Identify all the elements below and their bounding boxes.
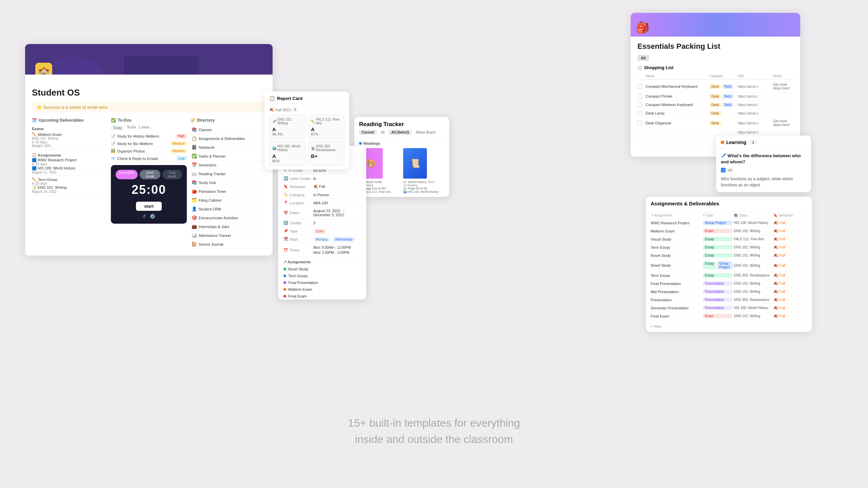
dir-classes[interactable]: 📚Classes: [190, 125, 266, 134]
cat-tech-1: Tech: [722, 84, 733, 89]
cat-desk-4: Desk: [709, 111, 721, 116]
credits-icon: 🔢: [283, 221, 288, 225]
eng-category-row: 🏷️ Category In Person: [278, 191, 366, 199]
assign-icon: 📋: [32, 153, 37, 157]
essay-date: August 24, 2022: [32, 190, 107, 194]
tab-all[interactable]: All: [378, 130, 387, 135]
dir-notebook[interactable]: 📓Notebook: [190, 143, 266, 152]
todo-item-4: 📧 Check & Reply to Emails Low: [111, 155, 186, 162]
final-pres-dot: [283, 281, 286, 284]
assign-header: Assignments & Deliverables: [646, 197, 812, 212]
eng-semester: 🍂 Fall: [313, 184, 325, 189]
row6-name: Novel Study: [651, 263, 702, 267]
url-3[interactable]: https://amzn.t: [738, 103, 772, 107]
dir-tasks[interactable]: ✅Tasks & Planner: [190, 152, 266, 161]
checkbox-1[interactable]: [637, 84, 642, 89]
dir-reading[interactable]: 📖Reading Tracker: [190, 169, 266, 178]
jobs-icon: 💼: [192, 224, 197, 229]
dir-journal[interactable]: 📔School Journal: [190, 240, 266, 249]
assign-row-2: Midterm Exam Exam ENG 101: Writing 🍂 Fal…: [646, 227, 812, 235]
dir-crm[interactable]: 👤Student CRM: [190, 205, 266, 214]
location-icon: 📍: [283, 201, 288, 205]
crm-icon: 👤: [192, 206, 197, 211]
tab-all[interactable]: All: [637, 55, 649, 61]
midterm-dot: [283, 288, 286, 291]
semesters-icon: 📅: [192, 162, 197, 167]
checkbox-3[interactable]: [637, 102, 642, 107]
report-title: Report Card: [277, 96, 302, 101]
col-semester: 🔖 Semester: [773, 214, 807, 217]
pomodoro-icon: 🍅: [192, 189, 197, 194]
assignments-deliverables-card: Assignments & Deliverables ↗ Assignment …: [646, 197, 812, 332]
exams-section: Exams ✏️ Midterm Exam ENG 101: Writing i…: [32, 125, 107, 149]
item-name-5: Desk Organizer: [646, 121, 708, 125]
term-dot: [283, 274, 286, 277]
row4-sem: 🍂 Fall: [773, 245, 807, 249]
his100-name: 🌍 HIS 100: World History: [272, 144, 303, 152]
times-icon: ⏰: [283, 248, 288, 252]
assign-icon: 📋: [192, 136, 197, 141]
tab-more[interactable]: 1 more...: [139, 125, 152, 130]
checkbox-5[interactable]: [637, 121, 642, 125]
row8-sem: 🍂 Fall: [773, 281, 807, 286]
todo-4-icon: 📧: [111, 156, 116, 161]
new-row-button[interactable]: + New: [646, 320, 812, 332]
type-icon: 📌: [283, 229, 288, 233]
dir-pomodoro[interactable]: 🍅Pomodoro Timer: [190, 187, 266, 196]
assign-row-5: Novel Study Essay ENG 101: Writing 🍂 Fal…: [646, 251, 812, 260]
url-5[interactable]: https://amzn.t: [738, 121, 772, 125]
tab-todo[interactable]: To-Do: [127, 125, 136, 130]
dir-filing[interactable]: 🗂️Filing Cabinet: [190, 196, 266, 205]
report-body: 🍂 Fall 2022 4 🖊️ ENG 101: Writing A 88.4…: [264, 104, 349, 169]
url-4[interactable]: https://amzn.t: [738, 111, 772, 115]
item-name-4: Desk Lamp: [646, 111, 708, 115]
assign-row-8: Final Presentation Presentation ENG 101:…: [646, 280, 812, 288]
reading-books: 🎨 Art: Visual Guide 📖 Reading On Page 21…: [359, 148, 445, 194]
checkbox-4[interactable]: [637, 111, 642, 116]
dir-admissions[interactable]: 📊Admissions Tracker: [190, 231, 266, 240]
essentials-card: 🎒 Essentials Packing List All 🛒 Shopping…: [631, 13, 800, 157]
dir-extracurricular[interactable]: 🎯Extracurricular Activities: [190, 214, 266, 222]
check-box[interactable]: ✓: [721, 168, 726, 172]
bottom-text: 15+ built-in templates for everything in…: [348, 415, 520, 447]
assign-final-pres: Final Presentation: [278, 279, 366, 286]
url-1[interactable]: https://amzn.t: [738, 85, 772, 88]
row1-sem: 🍂 Fall: [773, 221, 807, 225]
midterm-name: Midterm Exam: [38, 133, 62, 137]
assign-row-11: Semester Presentation Presentation HIS 1…: [646, 304, 812, 312]
dir-semesters[interactable]: 📅Semesters: [190, 161, 266, 169]
row6-type-essay: Essay: [703, 261, 716, 269]
row7-sem: 🍂 Fall: [773, 273, 807, 278]
tab-status-board[interactable]: Status Board: [413, 130, 438, 135]
tab-current[interactable]: Current: [359, 130, 377, 135]
student-os-tagline: Success is a series of small wins: [32, 102, 266, 113]
url-2[interactable]: https://amzn.t: [738, 95, 772, 98]
eng101-icon: 🖊️: [272, 120, 276, 123]
tasks-icon: ✅: [192, 154, 197, 159]
note-5: Get more ideas here!: [773, 119, 793, 127]
dir-study-hub[interactable]: 📚Study Hub: [190, 178, 266, 187]
dir-assignments[interactable]: 📋Assignments & Deliverables: [190, 134, 266, 143]
row10-type: Presentation: [703, 298, 732, 302]
row5-sem: 🍂 Fall: [773, 253, 807, 258]
refresh-icon[interactable]: ↺: [142, 214, 146, 219]
dir-internships[interactable]: 💼Internships & Jobs: [190, 222, 266, 231]
todo-3-icon: 🖼️: [111, 149, 116, 153]
url-6[interactable]: https://amzn.t: [738, 130, 772, 134]
eng-dates-row: 📅 Dates August 23, 2022 → December 3, 20…: [278, 207, 366, 219]
checkbox-2[interactable]: [637, 94, 642, 99]
learning-body: 🖊️ What's the difference between who and…: [716, 149, 811, 192]
shopping-list-label: 🛒 Shopping List: [637, 65, 793, 70]
todo-1-badge: High: [176, 134, 187, 138]
dates-icon: 📅: [283, 211, 288, 215]
his-date: August 11, 2022: [32, 170, 107, 174]
pomodoro-start-button[interactable]: start: [136, 202, 162, 211]
ess-row-5: Desk Organizer Desk https://amzn.t Get m…: [637, 118, 793, 129]
row6-type-gp: Group Project: [717, 261, 732, 269]
settings-icon[interactable]: ⚙️: [150, 214, 155, 219]
eng-dates: August 23, 2022 → December 3, 2022: [313, 209, 361, 217]
tab-all-select[interactable]: All [Select]: [389, 130, 412, 135]
todo-1-name: Study for History Midterm: [117, 134, 159, 138]
pomodoro-tag: pomodoro: [116, 170, 138, 179]
tab-today[interactable]: Today: [111, 125, 124, 130]
